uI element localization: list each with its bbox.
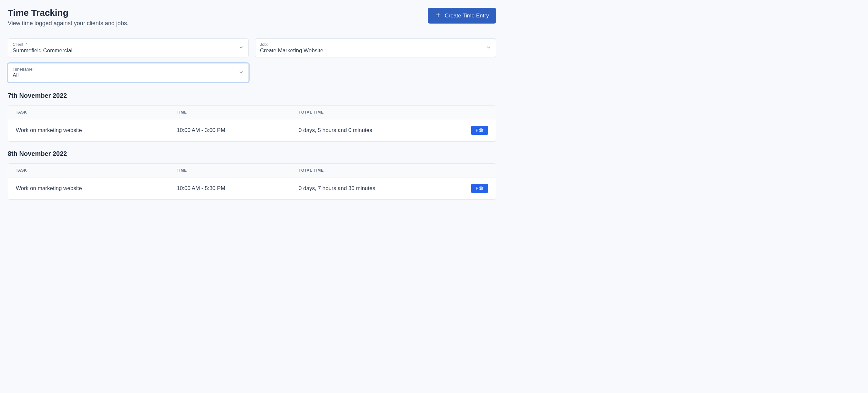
cell-total: 0 days, 7 hours and 30 minutes <box>291 177 447 199</box>
edit-button[interactable]: Edit <box>471 126 488 135</box>
col-header-total: Total Time <box>291 105 447 120</box>
cell-task: Work on marketing website <box>8 120 169 141</box>
cell-action: Edit <box>447 177 496 199</box>
filter-row-2: Timeframe: All <box>8 63 496 82</box>
chevron-down-icon <box>239 45 244 51</box>
cell-action: Edit <box>447 120 496 141</box>
time-entries-table: Task Time Total Time Work on marketing w… <box>8 105 496 142</box>
filter-row-1: Client: * Summefield Commercial Job: Cre… <box>8 38 496 58</box>
page-heading-block: Time Tracking View time logged against y… <box>8 8 128 27</box>
timeframe-select-label: Timeframe: <box>12 67 234 72</box>
col-header-action <box>447 164 496 177</box>
table-row: Work on marketing website 10:00 AM - 5:3… <box>8 177 496 199</box>
time-entries-table: Task Time Total Time Work on marketing w… <box>8 163 496 200</box>
table-header-row: Task Time Total Time <box>8 105 496 120</box>
cell-total: 0 days, 5 hours and 0 minutes <box>291 120 447 141</box>
filter-spacer <box>255 63 496 82</box>
create-time-entry-button[interactable]: Create Time Entry <box>428 8 496 24</box>
create-time-entry-label: Create Time Entry <box>445 12 489 19</box>
client-select-label: Client: * <box>12 42 234 47</box>
day-heading: 8th November 2022 <box>8 150 496 158</box>
col-header-task: Task <box>8 164 169 177</box>
job-select-label: Job: <box>260 42 482 47</box>
page-subtitle: View time logged against your clients an… <box>8 20 128 27</box>
cell-time: 10:00 AM - 5:30 PM <box>169 177 291 199</box>
timeframe-select-value: All <box>12 72 234 79</box>
job-select[interactable]: Job: Create Marketing Website <box>255 38 496 58</box>
table-header-row: Task Time Total Time <box>8 164 496 177</box>
page-title: Time Tracking <box>8 8 128 18</box>
plus-icon <box>435 11 441 20</box>
chevron-down-icon <box>486 45 491 51</box>
day-heading: 7th November 2022 <box>8 92 496 99</box>
col-header-total: Total Time <box>291 164 447 177</box>
col-header-time: Time <box>169 164 291 177</box>
client-select[interactable]: Client: * Summefield Commercial <box>8 38 249 58</box>
job-select-value: Create Marketing Website <box>260 47 482 54</box>
page-header: Time Tracking View time logged against y… <box>8 8 496 27</box>
timeframe-select[interactable]: Timeframe: All <box>8 63 249 82</box>
col-header-time: Time <box>169 105 291 120</box>
cell-time: 10:00 AM - 3:00 PM <box>169 120 291 141</box>
cell-task: Work on marketing website <box>8 177 169 199</box>
chevron-down-icon <box>239 70 244 76</box>
col-header-task: Task <box>8 105 169 120</box>
edit-button[interactable]: Edit <box>471 184 488 193</box>
client-select-value: Summefield Commercial <box>12 47 234 54</box>
col-header-action <box>447 105 496 120</box>
table-row: Work on marketing website 10:00 AM - 3:0… <box>8 120 496 141</box>
